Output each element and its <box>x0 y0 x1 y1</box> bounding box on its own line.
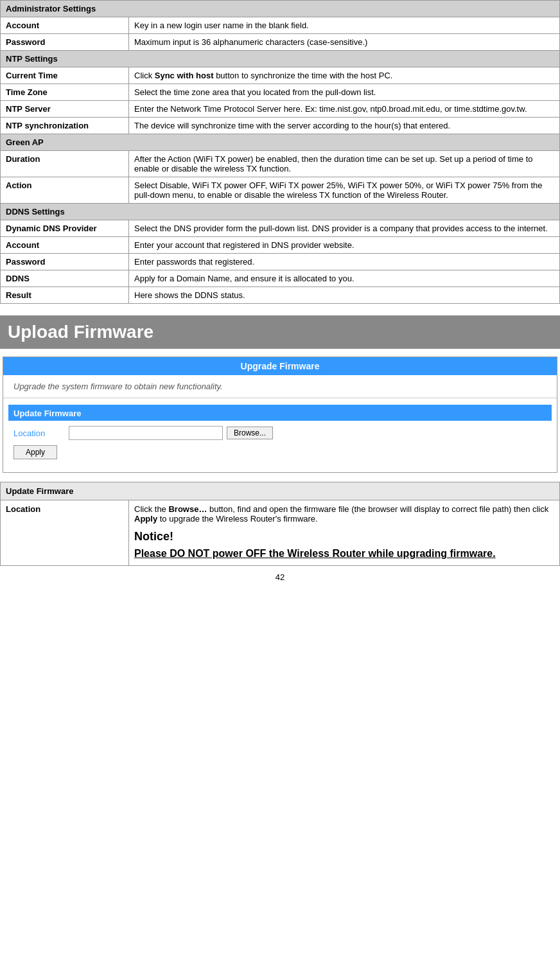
upload-firmware-heading: Upload Firmware <box>0 315 560 349</box>
table-row: Password Maximum input is 36 alphanumeri… <box>1 34 560 51</box>
ntp-server-label: NTP Server <box>1 101 129 118</box>
table-row: Dynamic DNS Provider Select the DNS prov… <box>1 220 560 237</box>
ddns-account-label: Account <box>1 237 129 254</box>
account-label: Account <box>1 17 129 34</box>
action-desc: Select Disable, WiFi TX power OFF, WiFi … <box>129 177 560 204</box>
firmware-location-label-cell: Location <box>1 500 129 566</box>
table-row: Location Click the Browse… button, find … <box>1 500 560 566</box>
current-time-label: Current Time <box>1 67 129 84</box>
firmware-location-text: Click the Browse… button, find and open … <box>134 504 554 524</box>
duration-label: Duration <box>1 151 129 177</box>
current-time-desc: Click Sync with host button to synchroni… <box>129 67 560 84</box>
firmware-location-row: Location Browse... <box>8 421 552 443</box>
ddns-account-desc: Enter your account that registered in DN… <box>129 237 560 254</box>
table-row: Result Here shows the DDNS status. <box>1 287 560 304</box>
page-number: 42 <box>0 566 560 585</box>
notice-title: Notice! <box>134 530 554 543</box>
duration-desc: After the Action (WiFi TX power) be enab… <box>129 151 560 177</box>
time-zone-desc: Select the time zone area that you locat… <box>129 84 560 101</box>
update-firmware-header: Update Firmware <box>1 482 560 500</box>
ntp-settings-header: NTP Settings <box>1 51 560 67</box>
password-label: Password <box>1 34 129 51</box>
account-desc: Key in a new login user name in the blan… <box>129 17 560 34</box>
ntp-server-desc: Enter the Network Time Protocol Server h… <box>129 101 560 118</box>
table-row: Account Key in a new login user name in … <box>1 17 560 34</box>
ntp-sync-label: NTP synchronization <box>1 118 129 134</box>
firmware-desc-table: Update Firmware Location Click the Brows… <box>0 482 560 566</box>
firmware-apply-button[interactable]: Apply <box>13 445 57 459</box>
update-firmware-form-title: Update Firmware <box>8 406 552 421</box>
table-row: Duration After the Action (WiFi TX power… <box>1 151 560 177</box>
password-desc: Maximum input is 36 alphanumeric charact… <box>129 34 560 51</box>
ddns-password-label: Password <box>1 254 129 270</box>
ddns-label: DDNS <box>1 270 129 287</box>
update-firmware-form: Update Firmware Location Browse... Apply <box>8 405 552 466</box>
result-label: Result <box>1 287 129 304</box>
action-label: Action <box>1 177 129 204</box>
table-row: Password Enter passwords that registered… <box>1 254 560 270</box>
table-row: DDNS Apply for a Domain Name, and ensure… <box>1 270 560 287</box>
ddns-settings-header: DDNS Settings <box>1 204 560 220</box>
ddns-password-desc: Enter passwords that registered. <box>129 254 560 270</box>
ntp-sync-desc: The device will synchronize time with th… <box>129 118 560 134</box>
admin-settings-header: Administrator Settings <box>1 1 560 17</box>
upgrade-firmware-title: Upgrade Firmware <box>3 357 557 375</box>
table-row: Current Time Click Sync with host button… <box>1 67 560 84</box>
firmware-browse-button[interactable]: Browse... <box>227 427 273 439</box>
admin-settings-table: Administrator Settings Account Key in a … <box>0 0 560 304</box>
ddns-desc: Apply for a Domain Name, and ensure it i… <box>129 270 560 287</box>
firmware-file-input[interactable] <box>69 426 223 440</box>
dns-provider-label: Dynamic DNS Provider <box>1 220 129 237</box>
firmware-location-description: Click the Browse… button, find and open … <box>129 500 560 566</box>
upgrade-firmware-desc: Upgrade the system firmware to obtain ne… <box>3 375 557 398</box>
table-row: NTP Server Enter the Network Time Protoc… <box>1 101 560 118</box>
time-zone-label: Time Zone <box>1 84 129 101</box>
firmware-ui-box: Upgrade Firmware Upgrade the system firm… <box>3 357 557 473</box>
dns-provider-desc: Select the DNS provider form the pull-do… <box>129 220 560 237</box>
table-row: Account Enter your account that register… <box>1 237 560 254</box>
table-row: Action Select Disable, WiFi TX power OFF… <box>1 177 560 204</box>
table-row: Time Zone Select the time zone area that… <box>1 84 560 101</box>
firmware-location-label: Location <box>13 428 65 438</box>
green-ap-header: Green AP <box>1 134 560 151</box>
result-desc: Here shows the DDNS status. <box>129 287 560 304</box>
firmware-apply-row: Apply <box>8 443 552 466</box>
table-row: NTP synchronization The device will sync… <box>1 118 560 134</box>
notice-body: Please DO NOT power OFF the Wireless Rou… <box>134 546 554 561</box>
